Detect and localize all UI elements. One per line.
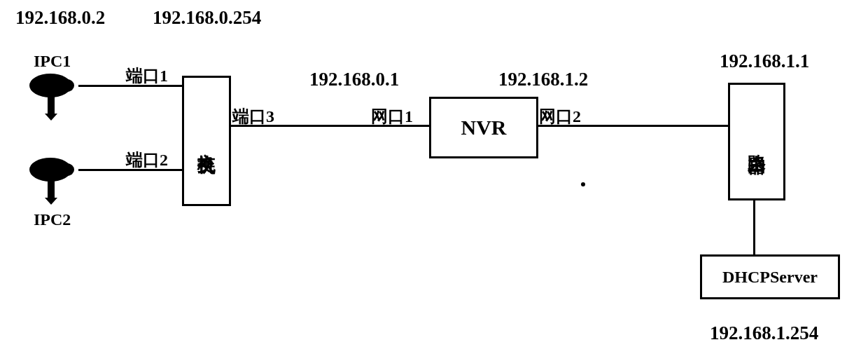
diagram-canvas: 192.168.0.2 192.168.0.254 192.168.0.1 19… xyxy=(0,0,868,354)
net2-label: 网口2 xyxy=(539,105,581,128)
net1-label: 网口1 xyxy=(371,105,413,128)
port2-label: 端口2 xyxy=(126,149,168,171)
svg-rect-2 xyxy=(48,94,55,114)
dhcp-box: DHCPServer xyxy=(700,254,840,299)
switch-box: 交换机 xyxy=(182,76,231,206)
ip-dhcp: 192.168.1.254 xyxy=(710,322,818,344)
svg-point-5 xyxy=(60,163,74,176)
link-line xyxy=(753,198,755,254)
switch-label: 交换机 xyxy=(195,139,219,143)
svg-rect-6 xyxy=(48,178,55,198)
ip-nvr-left: 192.168.0.1 xyxy=(309,69,399,90)
ip-switch: 192.168.0.254 xyxy=(153,7,261,29)
port3-label: 端口3 xyxy=(232,105,274,128)
ipc2-label: IPC2 xyxy=(34,210,71,229)
dhcp-label: DHCPServer xyxy=(722,268,818,287)
port1-label: 端口1 xyxy=(126,64,168,87)
camera-icon xyxy=(27,72,78,121)
camera-icon xyxy=(27,156,78,205)
svg-marker-7 xyxy=(45,198,57,205)
svg-marker-3 xyxy=(45,114,57,121)
router-label: 路由器 xyxy=(745,139,769,144)
ip-nvr-right: 192.168.1.2 xyxy=(498,69,588,90)
nvr-box: NVR xyxy=(429,97,538,158)
router-box: 路由器 xyxy=(728,83,785,200)
ipc1-label: IPC1 xyxy=(34,52,71,71)
dot-icon xyxy=(581,182,585,186)
svg-point-1 xyxy=(60,79,74,92)
nvr-label: NVR xyxy=(461,116,507,139)
ip-ipc1: 192.168.0.2 xyxy=(15,7,105,29)
ip-router: 192.168.1.1 xyxy=(720,50,809,72)
